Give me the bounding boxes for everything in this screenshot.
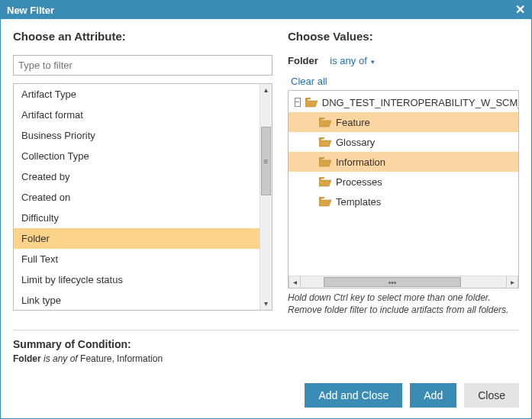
tree-node-label: Feature <box>336 117 370 128</box>
tree-child[interactable]: Information <box>289 152 518 172</box>
folder-icon <box>319 157 331 167</box>
chevron-down-icon: ▾ <box>371 58 375 66</box>
scroll-down-icon[interactable]: ▾ <box>260 298 272 310</box>
attribute-item[interactable]: Artifact Type <box>14 84 260 105</box>
condition-operator-dropdown[interactable]: is any of ▾ <box>330 55 375 66</box>
scroll-up-icon[interactable]: ▴ <box>260 84 272 96</box>
summary-attribute: Folder <box>13 353 41 364</box>
tree-node-label: Templates <box>336 196 381 208</box>
summary-text: Folder is any of Feature, Information <box>13 353 519 364</box>
choose-attribute-panel: Choose an Attribute: Artifact TypeArtifa… <box>13 30 272 316</box>
attribute-filter-input[interactable] <box>13 55 272 76</box>
attribute-item[interactable]: Limit by lifecycle status <box>14 269 260 290</box>
scroll-thumb[interactable]: ≡ <box>261 127 271 195</box>
tree-node-label: Glossary <box>336 137 375 148</box>
add-and-close-button[interactable]: Add and Close <box>305 383 402 408</box>
tree-child[interactable]: Glossary <box>289 132 518 152</box>
new-filter-dialog: New Filter ✕ Choose an Attribute: Artifa… <box>0 0 532 419</box>
condition-operator-label: is any of <box>330 55 366 66</box>
scroll-left-icon[interactable]: ◂ <box>289 276 301 288</box>
choose-values-panel: Choose Values: Folder is any of ▾ Clear … <box>288 30 519 316</box>
close-icon[interactable]: ✕ <box>515 4 525 16</box>
tree-root[interactable]: −DNG_TEST_INTEROPERABILITY_W_SCM_FILES <box>289 92 518 112</box>
close-button[interactable]: Close <box>464 383 519 408</box>
collapse-icon[interactable]: − <box>295 98 301 107</box>
attribute-item[interactable]: Full Text <box>14 249 260 269</box>
scroll-track[interactable]: ≡ <box>260 96 272 298</box>
choose-values-heading: Choose Values: <box>288 30 519 43</box>
attribute-item[interactable]: Difficulty <box>14 208 260 228</box>
clear-all-link[interactable]: Clear all <box>291 76 327 87</box>
tree-node-label: Processes <box>336 176 382 188</box>
dialog-button-bar: Add and Close Add Close <box>305 383 519 408</box>
folder-icon <box>319 118 331 127</box>
add-button[interactable]: Add <box>410 383 456 408</box>
folder-open-icon <box>305 98 318 108</box>
tree-node-label: DNG_TEST_INTEROPERABILITY_W_SCM_FILES <box>322 97 518 108</box>
folder-icon <box>319 177 331 187</box>
folder-tree[interactable]: −DNG_TEST_INTEROPERABILITY_W_SCM_FILESFe… <box>289 91 518 276</box>
attribute-item[interactable]: Created by <box>14 166 260 187</box>
attribute-item[interactable]: Created on <box>14 187 260 208</box>
hscroll-track[interactable]: ••• <box>301 276 506 288</box>
tree-node-label: Information <box>336 156 385 168</box>
condition-attribute: Folder <box>288 55 318 66</box>
dialog-titlebar: New Filter ✕ <box>1 1 531 19</box>
attribute-item[interactable]: Link type <box>14 290 260 310</box>
tree-child[interactable]: Feature <box>289 112 518 132</box>
scroll-right-icon[interactable]: ▸ <box>506 276 518 288</box>
attribute-list-scrollbar[interactable]: ▴ ≡ ▾ <box>260 84 272 310</box>
folder-icon <box>319 137 331 147</box>
tree-horizontal-scrollbar[interactable]: ◂ ••• ▸ <box>289 276 518 288</box>
attribute-item[interactable]: Business Priority <box>14 125 260 146</box>
hscroll-thumb[interactable]: ••• <box>324 277 461 287</box>
folder-tree-container: −DNG_TEST_INTEROPERABILITY_W_SCM_FILESFe… <box>288 90 519 288</box>
attribute-list[interactable]: Artifact TypeArtifact formatBusiness Pri… <box>14 84 260 310</box>
summary-panel: Summary of Condition: Folder is any of F… <box>1 330 531 364</box>
attribute-item[interactable]: Collection Type <box>14 146 260 166</box>
summary-operator: is any of <box>44 353 78 364</box>
choose-attribute-heading: Choose an Attribute: <box>13 30 272 43</box>
tree-hint-text: Hold down Ctrl key to select more than o… <box>288 292 519 316</box>
folder-icon <box>319 197 331 207</box>
attribute-item[interactable]: Folder <box>14 228 260 249</box>
tree-child[interactable]: Templates <box>289 192 518 211</box>
dialog-title: New Filter <box>7 5 54 16</box>
condition-row: Folder is any of ▾ <box>288 55 519 66</box>
summary-heading: Summary of Condition: <box>13 338 519 350</box>
attribute-item[interactable]: Artifact format <box>14 105 260 125</box>
attribute-list-container: Artifact TypeArtifact formatBusiness Pri… <box>13 83 272 311</box>
tree-child[interactable]: Processes <box>289 172 518 192</box>
summary-values: Feature, Information <box>80 353 163 364</box>
